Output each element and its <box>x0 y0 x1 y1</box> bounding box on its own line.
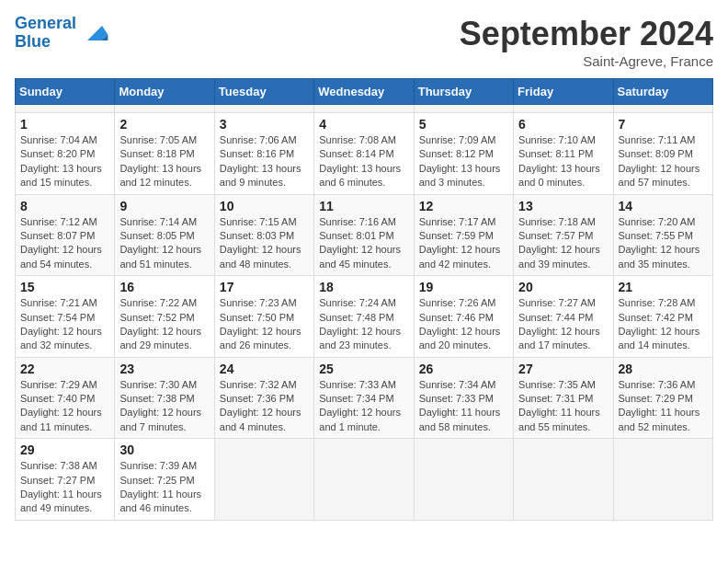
logo-icon <box>80 18 109 48</box>
weekday-header: Wednesday <box>314 79 414 105</box>
calendar-cell <box>414 439 513 521</box>
day-detail: Sunrise: 7:24 AM Sunset: 7:48 PM Dayligh… <box>319 296 408 353</box>
page-header: General Blue September 2024 Saint-Agreve… <box>15 15 713 69</box>
day-detail: Sunrise: 7:12 AM Sunset: 8:07 PM Dayligh… <box>20 215 109 272</box>
calendar-cell <box>414 105 513 113</box>
calendar-cell: 29Sunrise: 7:38 AM Sunset: 7:27 PM Dayli… <box>16 439 115 521</box>
day-number: 16 <box>119 280 209 294</box>
day-number: 25 <box>319 362 408 376</box>
weekday-header-row: SundayMondayTuesdayWednesdayThursdayFrid… <box>16 79 713 105</box>
logo-line2: Blue <box>15 32 51 51</box>
weekday-header: Sunday <box>16 79 115 105</box>
calendar-cell: 14Sunrise: 7:20 AM Sunset: 7:55 PM Dayli… <box>613 194 712 276</box>
day-number: 3 <box>220 117 309 132</box>
calendar-cell: 15Sunrise: 7:21 AM Sunset: 7:54 PM Dayli… <box>16 276 115 358</box>
day-detail: Sunrise: 7:36 AM Sunset: 7:29 PM Dayligh… <box>619 378 708 435</box>
day-number: 26 <box>419 362 508 376</box>
day-number: 14 <box>619 199 708 213</box>
calendar-cell <box>613 105 712 113</box>
day-detail: Sunrise: 7:11 AM Sunset: 8:09 PM Dayligh… <box>619 133 708 190</box>
calendar-cell <box>16 105 115 113</box>
day-number: 7 <box>619 117 708 132</box>
logo-line1: General <box>15 14 76 32</box>
day-number: 8 <box>20 199 109 213</box>
day-number: 5 <box>419 117 508 132</box>
calendar-cell: 2Sunrise: 7:05 AM Sunset: 8:18 PM Daylig… <box>115 113 214 195</box>
day-number: 28 <box>619 362 708 376</box>
day-number: 10 <box>220 199 309 213</box>
calendar-week-row: 15Sunrise: 7:21 AM Sunset: 7:54 PM Dayli… <box>16 276 713 358</box>
calendar-cell: 4Sunrise: 7:08 AM Sunset: 8:14 PM Daylig… <box>314 113 414 195</box>
day-detail: Sunrise: 7:21 AM Sunset: 7:54 PM Dayligh… <box>20 296 109 353</box>
calendar-cell: 22Sunrise: 7:29 AM Sunset: 7:40 PM Dayli… <box>16 357 115 439</box>
day-number: 15 <box>20 280 109 294</box>
day-number: 12 <box>419 199 508 213</box>
day-detail: Sunrise: 7:35 AM Sunset: 7:31 PM Dayligh… <box>518 378 608 435</box>
calendar-cell: 11Sunrise: 7:16 AM Sunset: 8:01 PM Dayli… <box>314 194 414 276</box>
day-number: 29 <box>20 442 109 457</box>
day-number: 9 <box>119 199 209 213</box>
day-number: 17 <box>220 280 309 294</box>
day-number: 11 <box>319 199 408 213</box>
calendar-cell: 26Sunrise: 7:34 AM Sunset: 7:33 PM Dayli… <box>414 357 513 439</box>
day-detail: Sunrise: 7:34 AM Sunset: 7:33 PM Dayligh… <box>419 378 508 435</box>
calendar-cell: 27Sunrise: 7:35 AM Sunset: 7:31 PM Dayli… <box>514 357 613 439</box>
calendar-cell: 24Sunrise: 7:32 AM Sunset: 7:36 PM Dayli… <box>214 357 313 439</box>
weekday-header: Saturday <box>613 79 712 105</box>
day-number: 4 <box>319 117 408 132</box>
calendar-cell: 17Sunrise: 7:23 AM Sunset: 7:50 PM Dayli… <box>214 276 313 358</box>
day-detail: Sunrise: 7:17 AM Sunset: 7:59 PM Dayligh… <box>419 215 508 272</box>
calendar-cell <box>115 105 214 113</box>
logo-text: General Blue <box>15 15 76 52</box>
calendar-week-row: 22Sunrise: 7:29 AM Sunset: 7:40 PM Dayli… <box>16 357 713 439</box>
calendar-cell: 5Sunrise: 7:09 AM Sunset: 8:12 PM Daylig… <box>414 113 513 195</box>
calendar-week-row: 8Sunrise: 7:12 AM Sunset: 8:07 PM Daylig… <box>16 194 713 276</box>
calendar-cell: 28Sunrise: 7:36 AM Sunset: 7:29 PM Dayli… <box>613 357 712 439</box>
day-number: 23 <box>119 362 209 376</box>
calendar-cell <box>613 439 712 521</box>
location-title: Saint-Agreve, France <box>460 53 713 69</box>
calendar-week-row: 29Sunrise: 7:38 AM Sunset: 7:27 PM Dayli… <box>16 439 713 521</box>
day-number: 27 <box>518 362 608 376</box>
day-detail: Sunrise: 7:38 AM Sunset: 7:27 PM Dayligh… <box>20 459 109 516</box>
day-number: 13 <box>518 199 608 213</box>
day-detail: Sunrise: 7:27 AM Sunset: 7:44 PM Dayligh… <box>518 296 608 353</box>
day-detail: Sunrise: 7:33 AM Sunset: 7:34 PM Dayligh… <box>319 378 408 435</box>
calendar-cell: 6Sunrise: 7:10 AM Sunset: 8:11 PM Daylig… <box>514 113 613 195</box>
calendar-cell: 19Sunrise: 7:26 AM Sunset: 7:46 PM Dayli… <box>414 276 513 358</box>
day-number: 2 <box>119 117 209 132</box>
day-detail: Sunrise: 7:29 AM Sunset: 7:40 PM Dayligh… <box>20 378 109 435</box>
calendar-cell <box>514 105 613 113</box>
calendar-cell: 18Sunrise: 7:24 AM Sunset: 7:48 PM Dayli… <box>314 276 414 358</box>
day-number: 1 <box>20 117 109 132</box>
day-detail: Sunrise: 7:30 AM Sunset: 7:38 PM Dayligh… <box>119 378 209 435</box>
calendar-cell: 9Sunrise: 7:14 AM Sunset: 8:05 PM Daylig… <box>115 194 214 276</box>
day-detail: Sunrise: 7:26 AM Sunset: 7:46 PM Dayligh… <box>419 296 508 353</box>
calendar-cell <box>314 105 414 113</box>
weekday-header: Tuesday <box>214 79 313 105</box>
day-detail: Sunrise: 7:23 AM Sunset: 7:50 PM Dayligh… <box>220 296 309 353</box>
day-detail: Sunrise: 7:04 AM Sunset: 8:20 PM Dayligh… <box>20 133 109 190</box>
day-detail: Sunrise: 7:28 AM Sunset: 7:42 PM Dayligh… <box>619 296 708 353</box>
day-detail: Sunrise: 7:09 AM Sunset: 8:12 PM Dayligh… <box>419 133 508 190</box>
day-detail: Sunrise: 7:06 AM Sunset: 8:16 PM Dayligh… <box>220 133 309 190</box>
day-number: 30 <box>119 442 209 457</box>
day-number: 6 <box>518 117 608 132</box>
day-detail: Sunrise: 7:20 AM Sunset: 7:55 PM Dayligh… <box>619 215 708 272</box>
logo: General Blue <box>15 15 109 52</box>
calendar-cell: 3Sunrise: 7:06 AM Sunset: 8:16 PM Daylig… <box>214 113 313 195</box>
calendar-cell: 12Sunrise: 7:17 AM Sunset: 7:59 PM Dayli… <box>414 194 513 276</box>
calendar-cell: 21Sunrise: 7:28 AM Sunset: 7:42 PM Dayli… <box>613 276 712 358</box>
month-title: September 2024 <box>460 15 713 53</box>
day-number: 19 <box>419 280 508 294</box>
calendar-cell: 30Sunrise: 7:39 AM Sunset: 7:25 PM Dayli… <box>115 439 214 521</box>
calendar-week-row <box>16 105 713 113</box>
calendar-cell <box>514 439 613 521</box>
day-detail: Sunrise: 7:39 AM Sunset: 7:25 PM Dayligh… <box>119 459 209 516</box>
calendar-cell: 7Sunrise: 7:11 AM Sunset: 8:09 PM Daylig… <box>613 113 712 195</box>
day-detail: Sunrise: 7:15 AM Sunset: 8:03 PM Dayligh… <box>220 215 309 272</box>
calendar-week-row: 1Sunrise: 7:04 AM Sunset: 8:20 PM Daylig… <box>16 113 713 195</box>
calendar-cell: 13Sunrise: 7:18 AM Sunset: 7:57 PM Dayli… <box>514 194 613 276</box>
day-number: 21 <box>619 280 708 294</box>
calendar-cell <box>214 105 313 113</box>
